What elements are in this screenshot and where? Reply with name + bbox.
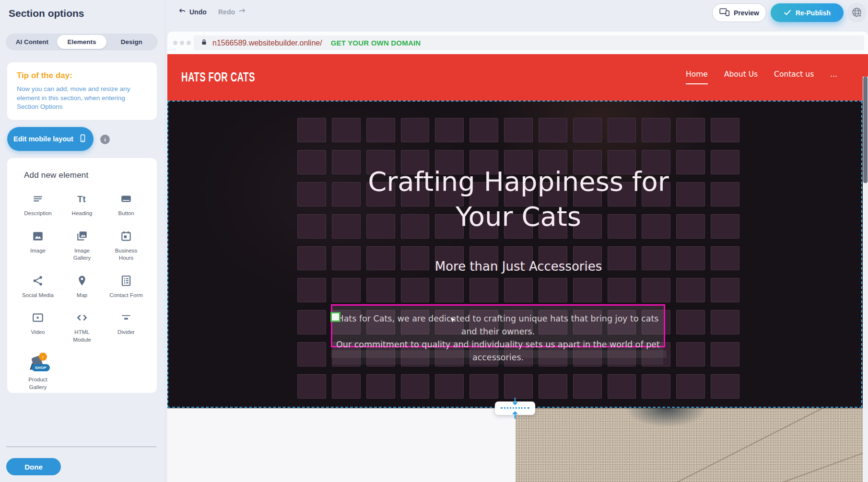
hero-tile bbox=[539, 374, 567, 399]
hero-tile bbox=[366, 118, 395, 142]
tip-body: Now you can add, move and resize any ele… bbox=[17, 85, 147, 112]
shop-badge: SHOP bbox=[32, 364, 50, 371]
tab-ai-content[interactable]: AI Content bbox=[7, 35, 57, 49]
hero-paragraph: Hats for Cats, we are dedicated to craft… bbox=[333, 306, 663, 365]
phone-icon bbox=[78, 134, 87, 144]
add-element-product-gallery[interactable]: ↑ SHOP Product Gallery bbox=[16, 356, 59, 391]
site-nav: Home About Us Contact us ... bbox=[686, 70, 837, 84]
tip-title: Tip of the day: bbox=[17, 71, 147, 80]
hero-section-selected[interactable]: Crafting Happiness for Your Cats More th… bbox=[167, 101, 868, 408]
redo-button[interactable]: Redo bbox=[218, 8, 246, 16]
nav-contact-us[interactable]: Contact us bbox=[774, 70, 814, 83]
drag-handle[interactable] bbox=[330, 312, 340, 322]
nav-about-us[interactable]: About Us bbox=[724, 70, 758, 83]
scrollbar-thumb[interactable] bbox=[863, 77, 868, 183]
add-element-html-module[interactable]: HTML Module bbox=[60, 311, 104, 344]
add-element-image[interactable]: Image bbox=[16, 230, 59, 262]
window-dot bbox=[180, 41, 184, 45]
add-element-video[interactable]: Video bbox=[16, 311, 59, 344]
pavement-seam bbox=[755, 438, 868, 482]
hero-tile bbox=[504, 278, 533, 302]
preview-button[interactable]: Preview bbox=[712, 3, 766, 22]
site-logo[interactable]: HATS FOR CATS bbox=[181, 69, 255, 85]
hero-heading[interactable]: Crafting Happiness for Your Cats bbox=[297, 164, 739, 234]
republish-button[interactable]: Re-Publish bbox=[771, 3, 844, 22]
add-element-divider[interactable]: Divider bbox=[105, 311, 148, 344]
hero-tile bbox=[676, 278, 705, 302]
share-icon bbox=[32, 275, 44, 289]
add-element-description[interactable]: Description bbox=[16, 193, 59, 218]
add-element-title: Add new element bbox=[24, 171, 148, 180]
element-label: Product Gallery bbox=[21, 376, 55, 391]
window-dot bbox=[173, 41, 177, 45]
address-bar[interactable]: n1566589.websitebuilder.online/ GET YOUR… bbox=[194, 35, 864, 50]
globe-language-button[interactable] bbox=[847, 3, 867, 23]
element-label: Map bbox=[77, 292, 87, 299]
add-new-element-card: Add new element Description Tt Heading B… bbox=[7, 158, 157, 393]
tab-elements[interactable]: Elements bbox=[57, 35, 107, 49]
hero-tile bbox=[573, 278, 602, 302]
selected-text-element[interactable]: Hats for Cats, we are dedicated to craft… bbox=[331, 304, 665, 347]
nav-home[interactable]: Home bbox=[686, 70, 708, 84]
hero-tile bbox=[435, 118, 464, 142]
hero-tile bbox=[469, 374, 498, 399]
hero-heading-line: Your Cats bbox=[456, 201, 581, 232]
nav-more[interactable]: ... bbox=[830, 70, 837, 83]
add-element-contact-form[interactable]: Contact Form bbox=[105, 275, 148, 299]
hero-tile bbox=[297, 342, 326, 367]
redo-label: Redo bbox=[218, 8, 235, 16]
hero-tile bbox=[608, 118, 636, 142]
hero-tile bbox=[297, 310, 326, 334]
hero-tile bbox=[573, 374, 602, 399]
globe-icon bbox=[851, 6, 863, 20]
hero-tile bbox=[504, 374, 533, 399]
add-element-image-gallery[interactable]: Image Gallery bbox=[60, 230, 104, 262]
check-icon bbox=[784, 9, 791, 17]
tip-of-the-day-card: Tip of the day: Now you can add, move an… bbox=[7, 62, 157, 120]
hero-tile bbox=[642, 278, 670, 302]
add-element-social-media[interactable]: Social Media bbox=[16, 275, 59, 299]
hero-tile bbox=[608, 374, 636, 399]
hero-tile bbox=[676, 118, 705, 142]
hero-tile bbox=[435, 374, 464, 399]
hero-tile bbox=[573, 118, 602, 142]
site-header[interactable]: HATS FOR CATS Home About Us Contact us .… bbox=[167, 54, 868, 101]
add-element-map[interactable]: Map bbox=[60, 275, 104, 299]
undo-icon bbox=[178, 8, 187, 16]
calendar-icon bbox=[120, 230, 132, 244]
cat-pavement-photo bbox=[516, 408, 868, 482]
video-icon bbox=[32, 311, 44, 326]
done-button[interactable]: Done bbox=[6, 458, 61, 475]
add-element-heading[interactable]: Tt Heading bbox=[60, 193, 104, 218]
element-label: HTML Module bbox=[65, 329, 99, 344]
undo-button[interactable]: Undo bbox=[178, 8, 207, 16]
product-gallery-icon: ↑ SHOP bbox=[27, 356, 48, 373]
hero-tile bbox=[469, 118, 498, 142]
hero-tile bbox=[711, 342, 739, 367]
add-element-business-hours[interactable]: Business Hours bbox=[105, 230, 148, 262]
tab-design[interactable]: Design bbox=[106, 35, 156, 49]
get-domain-link[interactable]: GET YOUR OWN DOMAIN bbox=[331, 39, 421, 47]
info-icon[interactable] bbox=[100, 135, 110, 144]
element-label: Social Media bbox=[22, 292, 54, 299]
window-dots bbox=[173, 41, 191, 45]
code-icon bbox=[76, 311, 88, 326]
element-label: Button bbox=[118, 210, 134, 218]
lock-icon bbox=[200, 38, 208, 48]
hero-subheading[interactable]: More than Just Accessories bbox=[297, 259, 739, 274]
element-grid: Description Tt Heading Button Image Imag… bbox=[16, 193, 148, 391]
upgrade-arrow-badge: ↑ bbox=[39, 353, 47, 361]
hero-tile bbox=[332, 118, 361, 142]
section-resize-handle[interactable] bbox=[495, 402, 535, 415]
add-element-button[interactable]: Button bbox=[105, 193, 148, 218]
element-label: Image Gallery bbox=[65, 247, 99, 262]
next-section-blank bbox=[167, 408, 516, 482]
redo-icon bbox=[238, 8, 246, 16]
edit-mobile-layout-button[interactable]: Edit mobile layout bbox=[7, 127, 94, 151]
site-url: n1566589.websitebuilder.online/ bbox=[212, 39, 322, 47]
hero-tile bbox=[711, 118, 739, 142]
element-label: Contact Form bbox=[109, 292, 143, 299]
hero-tile bbox=[642, 374, 670, 399]
element-label: Image bbox=[30, 247, 46, 255]
republish-label: Re-Publish bbox=[796, 9, 831, 17]
